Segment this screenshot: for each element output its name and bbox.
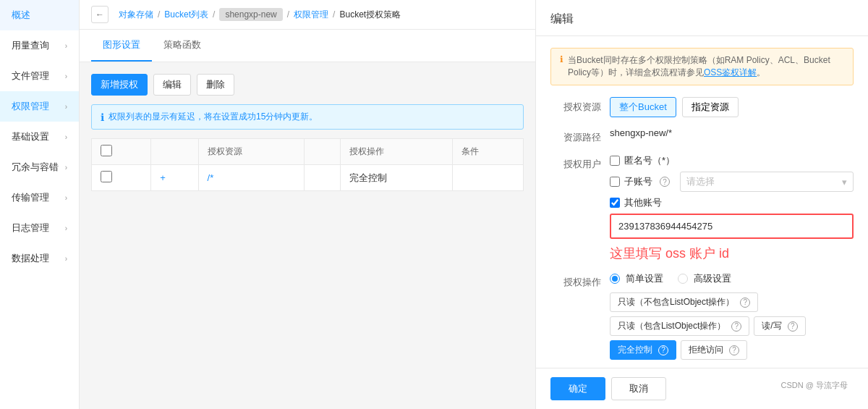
other-account-label: 其他账号 [624, 196, 662, 209]
deny-access-help-icon[interactable]: ? [729, 345, 739, 355]
sidebar-item-files[interactable]: 文件管理 › [0, 61, 79, 91]
auth-user-row: 授权用户 匿名号（*） 子账号 ? 请选择 ▾ [550, 154, 854, 262]
breadcrumb-sep-4: / [333, 9, 335, 20]
auth-source-content: 整个Bucket 指定资源 [610, 97, 854, 117]
add-auth-button[interactable]: 新增授权 [91, 74, 148, 96]
anonymous-checkbox[interactable] [610, 156, 620, 166]
resource-path-row: 资源路径 shengxp-new/* [550, 127, 854, 144]
sub-account-checkbox[interactable] [610, 177, 620, 187]
row-condition [452, 165, 523, 191]
resource-path-content: shengxp-new/* [610, 127, 854, 138]
sub-account-help-icon[interactable]: ? [660, 177, 670, 187]
breadcrumb-permissions[interactable]: 权限管理 [294, 9, 328, 21]
table-header-check [92, 139, 151, 165]
chevron-right-icon: › [65, 103, 67, 111]
edit-button[interactable]: 编辑 [153, 74, 191, 96]
deny-access-label: 拒绝访问 [689, 344, 723, 356]
tab-policy-label: 策略函数 [163, 39, 201, 50]
breadcrumb-bucket-list[interactable]: Bucket列表 [164, 9, 208, 21]
chevron-right-icon: › [65, 194, 67, 202]
sidebar-item-usage[interactable]: 用量查询 › [0, 30, 79, 61]
sidebar-item-usage-label: 用量查询 [12, 39, 49, 52]
content-panel: 新增授权 编辑 删除 ℹ 权限列表的显示有延迟，将在设置成功15分钟内更新。 授… [80, 62, 535, 203]
advanced-setting-label: 高级设置 [694, 272, 731, 285]
sidebar-item-overview-label: 概述 [12, 9, 30, 22]
sidebar-item-logs[interactable]: 日志管理 › [0, 213, 79, 243]
delay-alert-message: 权限列表的显示有延迟，将在设置成功15分钟内更新。 [109, 111, 318, 123]
row-resource: /* [198, 165, 304, 191]
chevron-right-icon: › [65, 164, 67, 172]
table-header-condition: 条件 [452, 139, 523, 165]
sidebar-item-transfer-label: 传输管理 [12, 191, 49, 204]
sidebar-item-logs-label: 日志管理 [12, 222, 49, 235]
breadcrumb-sep-2: / [213, 9, 215, 20]
readonly-list-button[interactable]: 只读（包含ListObject操作） ? [610, 316, 749, 336]
read-write-help-icon[interactable]: ? [788, 321, 798, 332]
chevron-right-icon: › [65, 255, 67, 263]
auth-source-whole-bucket[interactable]: 整个Bucket [610, 97, 676, 117]
read-write-button[interactable]: 读/写 ? [754, 316, 805, 336]
table-header-icon [151, 139, 198, 165]
sidebar-item-transfer[interactable]: 传输管理 › [0, 182, 79, 213]
notice-text: 当Bucket同时存在多个权限控制策略（如RAM Policy、ACL、Buck… [568, 54, 844, 79]
chevron-right-icon: › [65, 224, 67, 232]
deny-access-button[interactable]: 拒绝访问 ? [681, 340, 747, 360]
delay-alert: ℹ 权限列表的显示有延迟，将在设置成功15分钟内更新。 [91, 104, 524, 130]
notice-icon: ℹ [560, 54, 563, 64]
full-control-button[interactable]: 完全控制 ? [610, 340, 676, 360]
footer-note: CSDN @ 导流字母 [775, 377, 854, 400]
auth-table: 授权资源 授权操作 条件 + /* 完全控制 [91, 138, 524, 191]
confirm-button[interactable]: 确定 [550, 377, 605, 400]
sidebar-item-permissions-label: 权限管理 [12, 100, 49, 113]
row-operation: 完全控制 [341, 165, 452, 191]
cancel-button[interactable]: 取消 [611, 377, 666, 400]
tabs: 图形设置 策略函数 [80, 30, 535, 62]
read-write-label: 读/写 [762, 320, 781, 332]
auth-operations-label: 授权操作 [550, 272, 601, 289]
select-all-checkbox[interactable] [101, 145, 112, 156]
table-header-empty [305, 139, 341, 165]
sidebar-item-files-label: 文件管理 [12, 69, 49, 83]
operations-buttons: 只读（不包含ListObject操作） ? 只读（包含ListObject操作）… [610, 292, 854, 336]
breadcrumb-storage[interactable]: 对象存储 [119, 9, 153, 21]
main-content: ← 对象存储 / Bucket列表 / shengxp-new / 权限管理 /… [80, 0, 535, 409]
sidebar-item-disaster[interactable]: 冗余与容错 › [0, 152, 79, 182]
sidebar-item-basic[interactable]: 基础设置 › [0, 122, 79, 152]
sidebar: 概述 用量查询 › 文件管理 › 权限管理 › 基础设置 › 冗余与容错 › 传… [0, 0, 80, 409]
tab-policy[interactable]: 策略函数 [152, 30, 213, 62]
readonly-no-list-button[interactable]: 只读（不包含ListObject操作） ? [610, 292, 758, 312]
back-button[interactable]: ← [91, 6, 109, 23]
auth-source-label: 授权资源 [550, 97, 601, 114]
other-account-checkbox-row: 其他账号 [610, 196, 854, 209]
notice-link[interactable]: OSS鉴权详解 [704, 67, 757, 77]
auth-user-label: 授权用户 [550, 154, 601, 171]
sub-account-select[interactable]: 请选择 ▾ [680, 172, 854, 192]
sidebar-item-data-label: 数据处理 [12, 252, 49, 265]
edit-panel-footer: 确定 取消 CSDN @ 导流字母 [536, 368, 868, 409]
tab-graphic[interactable]: 图形设置 [91, 30, 152, 62]
sidebar-item-overview[interactable]: 概述 [0, 0, 79, 30]
breadcrumb-sep-3: / [287, 9, 289, 20]
chevron-right-icon: › [65, 133, 67, 141]
breadcrumb-bucket-name: shengxp-new [219, 8, 282, 21]
auth-user-content: 匿名号（*） 子账号 ? 请选择 ▾ [610, 154, 854, 262]
sidebar-item-data[interactable]: 数据处理 › [0, 243, 79, 274]
simple-setting-radio[interactable] [610, 274, 620, 284]
delete-button[interactable]: 删除 [197, 74, 234, 96]
sub-account-placeholder: 请选择 [686, 175, 715, 188]
readonly-no-list-help-icon[interactable]: ? [740, 298, 750, 308]
readonly-list-help-icon[interactable]: ? [731, 321, 741, 332]
advanced-setting-radio[interactable] [678, 274, 688, 284]
anonymous-label: 匿名号（*） [624, 154, 675, 167]
edit-panel-title: 编辑 [536, 0, 868, 36]
readonly-no-list-label: 只读（不包含ListObject操作） [618, 296, 734, 308]
other-account-checkbox[interactable] [610, 198, 620, 208]
auth-source-specific[interactable]: 指定资源 [682, 97, 739, 117]
auth-operations-row: 授权操作 简单设置 高级设置 只读（不包含ListObject操作） ? 只读（… [550, 272, 854, 360]
resource-path-label: 资源路径 [550, 127, 601, 144]
row-checkbox[interactable] [101, 171, 112, 182]
breadcrumb-sep-1: / [158, 9, 160, 20]
other-account-input[interactable] [618, 221, 845, 232]
sidebar-item-permissions[interactable]: 权限管理 › [0, 91, 79, 122]
full-control-help-icon[interactable]: ? [658, 345, 668, 355]
